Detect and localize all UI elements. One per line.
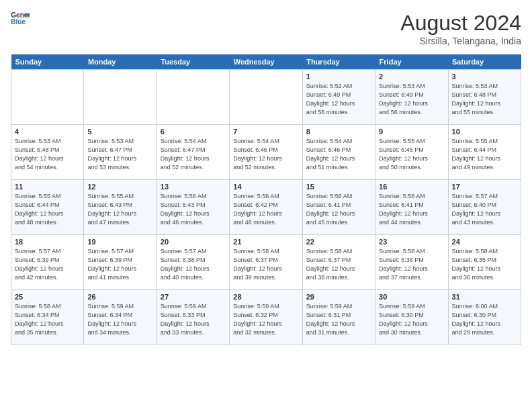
day-info: Sunrise: 5:56 AM Sunset: 6:41 PM Dayligh… <box>379 192 444 227</box>
day-info: Sunrise: 5:59 AM Sunset: 6:30 PM Dayligh… <box>379 302 444 337</box>
day-info: Sunrise: 5:59 AM Sunset: 6:33 PM Dayligh… <box>161 302 226 337</box>
calendar-cell <box>11 70 84 125</box>
calendar-cell: 13Sunrise: 5:56 AM Sunset: 6:43 PM Dayli… <box>157 180 229 235</box>
day-info: Sunrise: 5:57 AM Sunset: 6:38 PM Dayligh… <box>161 247 226 282</box>
calendar-cell: 25Sunrise: 5:58 AM Sunset: 6:34 PM Dayli… <box>11 290 84 345</box>
day-info: Sunrise: 6:00 AM Sunset: 6:30 PM Dayligh… <box>452 302 517 337</box>
day-number: 30 <box>379 293 444 301</box>
calendar-cell: 2Sunrise: 5:53 AM Sunset: 6:49 PM Daylig… <box>375 70 448 125</box>
day-number: 6 <box>161 128 226 136</box>
day-number: 8 <box>306 128 371 136</box>
weekday-header: Wednesday <box>230 54 302 70</box>
calendar-cell: 26Sunrise: 5:59 AM Sunset: 6:34 PM Dayli… <box>84 290 157 345</box>
day-number: 13 <box>161 183 226 191</box>
location: Sirsilla, Telangana, India <box>400 36 521 46</box>
page-header: General Blue August 2024 Sirsilla, Telan… <box>11 11 521 46</box>
day-info: Sunrise: 5:55 AM Sunset: 6:44 PM Dayligh… <box>452 137 517 172</box>
day-number: 27 <box>161 293 226 301</box>
day-number: 15 <box>306 183 371 191</box>
day-number: 28 <box>233 293 298 301</box>
calendar-cell: 14Sunrise: 5:56 AM Sunset: 6:42 PM Dayli… <box>230 180 302 235</box>
calendar-cell: 5Sunrise: 5:53 AM Sunset: 6:47 PM Daylig… <box>84 125 157 180</box>
weekday-header: Friday <box>375 54 448 70</box>
day-info: Sunrise: 5:56 AM Sunset: 6:43 PM Dayligh… <box>161 192 226 227</box>
day-number: 10 <box>452 128 517 136</box>
day-number: 20 <box>161 238 226 246</box>
day-info: Sunrise: 5:53 AM Sunset: 6:49 PM Dayligh… <box>379 82 444 117</box>
day-info: Sunrise: 5:58 AM Sunset: 6:37 PM Dayligh… <box>306 247 371 282</box>
calendar-week-row: 18Sunrise: 5:57 AM Sunset: 6:39 PM Dayli… <box>11 235 521 290</box>
weekday-header: Sunday <box>11 54 84 70</box>
day-number: 24 <box>452 238 517 246</box>
calendar-cell: 8Sunrise: 5:54 AM Sunset: 6:46 PM Daylig… <box>302 125 375 180</box>
day-number: 17 <box>452 183 517 191</box>
calendar-cell: 20Sunrise: 5:57 AM Sunset: 6:38 PM Dayli… <box>157 235 229 290</box>
day-info: Sunrise: 5:56 AM Sunset: 6:42 PM Dayligh… <box>233 192 298 227</box>
calendar-cell: 12Sunrise: 5:55 AM Sunset: 6:43 PM Dayli… <box>84 180 157 235</box>
day-number: 31 <box>452 293 517 301</box>
logo: General Blue <box>11 11 30 26</box>
day-number: 2 <box>379 73 444 81</box>
day-number: 14 <box>233 183 298 191</box>
day-info: Sunrise: 5:57 AM Sunset: 6:40 PM Dayligh… <box>452 192 517 227</box>
day-info: Sunrise: 5:58 AM Sunset: 6:35 PM Dayligh… <box>452 247 517 282</box>
day-number: 16 <box>379 183 444 191</box>
calendar-cell: 1Sunrise: 5:52 AM Sunset: 6:49 PM Daylig… <box>302 70 375 125</box>
logo-icon: General Blue <box>11 11 30 26</box>
day-info: Sunrise: 5:53 AM Sunset: 6:47 PM Dayligh… <box>87 137 152 172</box>
calendar-cell: 3Sunrise: 5:53 AM Sunset: 6:48 PM Daylig… <box>448 70 521 125</box>
calendar-cell: 24Sunrise: 5:58 AM Sunset: 6:35 PM Dayli… <box>448 235 521 290</box>
calendar-cell: 9Sunrise: 5:55 AM Sunset: 6:45 PM Daylig… <box>375 125 448 180</box>
calendar-table: SundayMondayTuesdayWednesdayThursdayFrid… <box>11 54 521 345</box>
day-info: Sunrise: 5:59 AM Sunset: 6:31 PM Dayligh… <box>306 302 371 337</box>
weekday-header: Thursday <box>302 54 375 70</box>
calendar-cell: 29Sunrise: 5:59 AM Sunset: 6:31 PM Dayli… <box>302 290 375 345</box>
day-info: Sunrise: 5:58 AM Sunset: 6:36 PM Dayligh… <box>379 247 444 282</box>
calendar-cell: 21Sunrise: 5:58 AM Sunset: 6:37 PM Dayli… <box>230 235 302 290</box>
calendar-cell: 19Sunrise: 5:57 AM Sunset: 6:39 PM Dayli… <box>84 235 157 290</box>
calendar-cell: 28Sunrise: 5:59 AM Sunset: 6:32 PM Dayli… <box>230 290 302 345</box>
calendar-week-row: 1Sunrise: 5:52 AM Sunset: 6:49 PM Daylig… <box>11 70 521 125</box>
day-number: 22 <box>306 238 371 246</box>
day-number: 1 <box>306 73 371 81</box>
day-info: Sunrise: 5:54 AM Sunset: 6:46 PM Dayligh… <box>233 137 298 172</box>
title-block: August 2024 Sirsilla, Telangana, India <box>400 11 521 46</box>
calendar-cell <box>157 70 229 125</box>
day-info: Sunrise: 5:55 AM Sunset: 6:43 PM Dayligh… <box>87 192 152 227</box>
day-info: Sunrise: 5:59 AM Sunset: 6:34 PM Dayligh… <box>87 302 152 337</box>
weekday-header-row: SundayMondayTuesdayWednesdayThursdayFrid… <box>11 54 521 70</box>
day-info: Sunrise: 5:55 AM Sunset: 6:45 PM Dayligh… <box>379 137 444 172</box>
calendar-week-row: 4Sunrise: 5:53 AM Sunset: 6:48 PM Daylig… <box>11 125 521 180</box>
day-number: 3 <box>452 73 517 81</box>
day-info: Sunrise: 5:58 AM Sunset: 6:34 PM Dayligh… <box>15 302 80 337</box>
day-number: 7 <box>233 128 298 136</box>
calendar-cell <box>230 70 302 125</box>
day-info: Sunrise: 5:59 AM Sunset: 6:32 PM Dayligh… <box>233 302 298 337</box>
day-number: 4 <box>15 128 80 136</box>
calendar-week-row: 11Sunrise: 5:55 AM Sunset: 6:44 PM Dayli… <box>11 180 521 235</box>
calendar-cell: 16Sunrise: 5:56 AM Sunset: 6:41 PM Dayli… <box>375 180 448 235</box>
calendar-cell: 22Sunrise: 5:58 AM Sunset: 6:37 PM Dayli… <box>302 235 375 290</box>
month-title: August 2024 <box>400 11 521 36</box>
day-info: Sunrise: 5:56 AM Sunset: 6:41 PM Dayligh… <box>306 192 371 227</box>
calendar-cell: 7Sunrise: 5:54 AM Sunset: 6:46 PM Daylig… <box>230 125 302 180</box>
weekday-header: Saturday <box>448 54 521 70</box>
calendar-week-row: 25Sunrise: 5:58 AM Sunset: 6:34 PM Dayli… <box>11 290 521 345</box>
day-number: 18 <box>15 238 80 246</box>
calendar-cell: 17Sunrise: 5:57 AM Sunset: 6:40 PM Dayli… <box>448 180 521 235</box>
calendar-cell: 23Sunrise: 5:58 AM Sunset: 6:36 PM Dayli… <box>375 235 448 290</box>
calendar-cell: 10Sunrise: 5:55 AM Sunset: 6:44 PM Dayli… <box>448 125 521 180</box>
calendar-cell <box>84 70 157 125</box>
day-number: 9 <box>379 128 444 136</box>
day-info: Sunrise: 5:55 AM Sunset: 6:44 PM Dayligh… <box>15 192 80 227</box>
day-number: 23 <box>379 238 444 246</box>
calendar-cell: 6Sunrise: 5:54 AM Sunset: 6:47 PM Daylig… <box>157 125 229 180</box>
day-info: Sunrise: 5:54 AM Sunset: 6:47 PM Dayligh… <box>161 137 226 172</box>
day-info: Sunrise: 5:58 AM Sunset: 6:37 PM Dayligh… <box>233 247 298 282</box>
day-info: Sunrise: 5:57 AM Sunset: 6:39 PM Dayligh… <box>15 247 80 282</box>
calendar-cell: 18Sunrise: 5:57 AM Sunset: 6:39 PM Dayli… <box>11 235 84 290</box>
day-number: 21 <box>233 238 298 246</box>
svg-text:Blue: Blue <box>11 18 26 26</box>
day-info: Sunrise: 5:52 AM Sunset: 6:49 PM Dayligh… <box>306 82 371 117</box>
day-number: 5 <box>87 128 152 136</box>
